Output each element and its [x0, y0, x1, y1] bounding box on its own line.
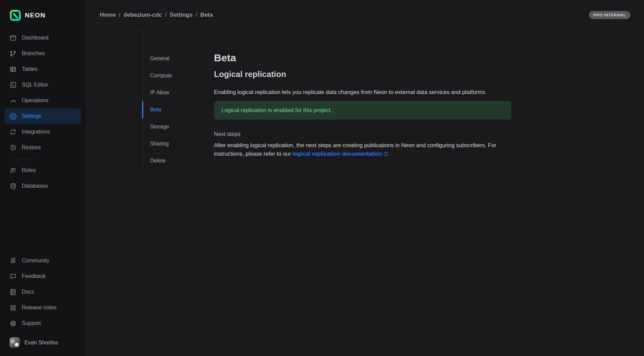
breadcrumb: Home / debezium-cdc / Settings / Beta: [100, 12, 213, 18]
sidebar-item-operations[interactable]: Operations: [5, 93, 81, 108]
neon-logo-icon: [10, 10, 21, 21]
sidebar-item-label: Release notes: [22, 304, 56, 312]
tables-icon: [10, 66, 17, 73]
settings-nav: General Compute IP Allow Beta Storage Sh…: [143, 30, 214, 169]
documentation-link[interactable]: logical replication documentation: [293, 151, 389, 157]
roles-icon: [10, 167, 17, 174]
integrations-icon: [10, 128, 17, 136]
support-icon: [10, 320, 17, 327]
plan-badge: PRO INTERNAL: [589, 11, 630, 19]
dashboard-icon: [10, 34, 17, 42]
community-icon: [10, 257, 17, 264]
external-link-icon: [383, 150, 389, 159]
sidebar: NEON Dashboard Branches Tables SQL Edito…: [0, 0, 86, 356]
settings-page: General Compute IP Allow Beta Storage Sh…: [86, 30, 644, 356]
sidebar-item-databases[interactable]: Databases: [5, 178, 81, 194]
feedback-icon: [10, 273, 17, 280]
settings-tab-delete[interactable]: Delete: [142, 152, 214, 169]
page-title: Beta: [214, 51, 511, 64]
sidebar-item-community[interactable]: Community: [5, 253, 81, 268]
sidebar-item-label: Databases: [22, 182, 48, 190]
sidebar-item-label: Community: [22, 257, 49, 265]
branches-icon: [10, 50, 17, 57]
sidebar-item-label: Branches: [22, 49, 45, 58]
user-name: Evan Shortiss: [24, 340, 58, 346]
release-notes-icon: [10, 304, 17, 311]
docs-icon: [10, 289, 17, 296]
sidebar-item-tables[interactable]: Tables: [5, 61, 81, 77]
sql-editor-icon: [10, 81, 17, 89]
sidebar-item-restore[interactable]: Restore: [5, 140, 81, 155]
sidebar-item-label: Support: [22, 319, 41, 327]
settings-tab-ip-allow[interactable]: IP Allow: [142, 84, 214, 101]
brand-name: NEON: [25, 12, 46, 19]
main-area: Home / debezium-cdc / Settings / Beta PR…: [86, 0, 644, 356]
sidebar-item-label: Tables: [22, 65, 37, 73]
settings-tab-general[interactable]: General: [142, 50, 214, 67]
brand-logo[interactable]: NEON: [5, 10, 81, 21]
documentation-link-label: logical replication documentation: [293, 151, 382, 157]
breadcrumb-separator: /: [165, 12, 167, 18]
section-title: Logical replication: [214, 69, 511, 79]
user-avatar: [10, 337, 20, 348]
sidebar-item-label: Integrations: [22, 128, 50, 136]
sidebar-nav-main: Dashboard Branches Tables SQL Editor Ope…: [5, 30, 81, 155]
breadcrumb-home[interactable]: Home: [100, 12, 116, 18]
breadcrumb-separator: /: [119, 12, 120, 18]
sidebar-item-dashboard[interactable]: Dashboard: [5, 30, 81, 46]
sidebar-item-label: Settings: [22, 112, 42, 120]
sidebar-item-roles[interactable]: Roles: [5, 162, 81, 178]
sidebar-item-label: Operations: [22, 96, 48, 105]
sidebar-item-integrations[interactable]: Integrations: [5, 124, 81, 140]
success-banner: Logical replication is enabled for this …: [214, 101, 511, 120]
sidebar-item-label: SQL Editor: [22, 81, 48, 89]
breadcrumb-separator: /: [196, 12, 197, 18]
restore-icon: [10, 144, 17, 151]
beta-settings-panel: Beta Logical replication Enabling logica…: [214, 30, 511, 356]
sidebar-item-branches[interactable]: Branches: [5, 46, 81, 61]
sidebar-item-sql-editor[interactable]: SQL Editor: [5, 77, 81, 93]
next-steps-label: Next steps: [214, 130, 511, 138]
sidebar-item-docs[interactable]: Docs: [5, 284, 81, 300]
sidebar-item-label: Docs: [22, 288, 34, 296]
breadcrumb-project[interactable]: debezium-cdc: [123, 12, 162, 18]
next-steps-text: After enabling logical replication, the …: [214, 141, 507, 159]
sidebar-item-label: Feedback: [22, 272, 46, 280]
settings-tab-storage[interactable]: Storage: [142, 118, 214, 135]
settings-tab-compute[interactable]: Compute: [142, 67, 214, 84]
sidebar-item-label: Roles: [22, 166, 36, 174]
sidebar-item-label: Dashboard: [22, 34, 48, 42]
breadcrumb-current: Beta: [200, 12, 213, 18]
section-description: Enabling logical replication lets you re…: [214, 88, 507, 96]
page-header: Home / debezium-cdc / Settings / Beta PR…: [86, 0, 644, 30]
sidebar-spacer: [5, 194, 81, 253]
settings-tab-sharing[interactable]: Sharing: [142, 135, 214, 152]
settings-tab-beta[interactable]: Beta: [142, 101, 214, 118]
user-menu[interactable]: Evan Shortiss: [5, 334, 81, 351]
sidebar-item-support[interactable]: Support: [5, 315, 81, 331]
sidebar-item-settings[interactable]: Settings: [5, 108, 81, 124]
sidebar-nav-footer: Community Feedback Docs Release notes Su…: [5, 253, 81, 331]
success-banner-text: Logical replication is enabled for this …: [221, 107, 332, 113]
sidebar-item-label: Restore: [22, 143, 41, 152]
sidebar-item-feedback[interactable]: Feedback: [5, 268, 81, 284]
breadcrumb-settings[interactable]: Settings: [170, 12, 193, 18]
sidebar-nav-secondary: Roles Databases: [5, 162, 81, 194]
sidebar-item-release-notes[interactable]: Release notes: [5, 300, 81, 315]
gear-icon: [10, 113, 17, 120]
sidebar-divider: [14, 159, 35, 159]
operations-icon: [10, 97, 17, 104]
database-icon: [10, 183, 17, 190]
